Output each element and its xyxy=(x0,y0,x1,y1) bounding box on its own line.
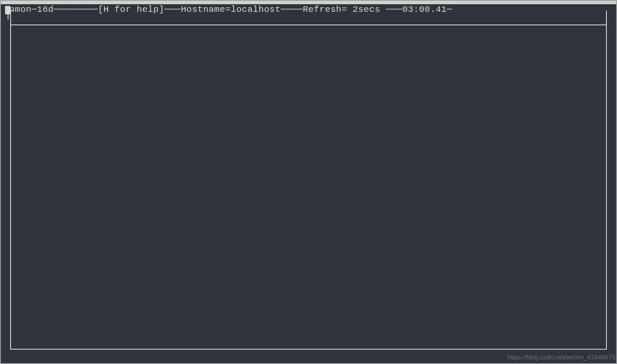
refresh-value: 2secs xyxy=(352,5,380,14)
hostname-value: localhost xyxy=(231,5,281,14)
terminal-window: nmon─16d────────[H for help]───Hostname=… xyxy=(0,0,617,364)
content-frame-bottom xyxy=(10,349,607,350)
content-frame-left xyxy=(10,11,11,350)
nmon-header-line: nmon─16d────────[H for help]───Hostname=… xyxy=(5,5,612,14)
terminal-content[interactable]: nmon─16d────────[H for help]───Hostname=… xyxy=(5,5,612,359)
app-version-label: 16d xyxy=(37,5,54,14)
content-frame-right xyxy=(606,11,607,350)
hostname-prefix: Hostname= xyxy=(181,5,231,14)
help-hint-label: [H for help] xyxy=(98,5,164,14)
refresh-prefix: Refresh= xyxy=(303,5,352,14)
window-titlebar[interactable] xyxy=(1,1,616,4)
timestamp-value: 03:00.41 xyxy=(402,5,447,14)
content-frame-top xyxy=(11,24,606,26)
source-watermark: https://blog.csdn.net/weixin_41948075 xyxy=(508,353,615,361)
